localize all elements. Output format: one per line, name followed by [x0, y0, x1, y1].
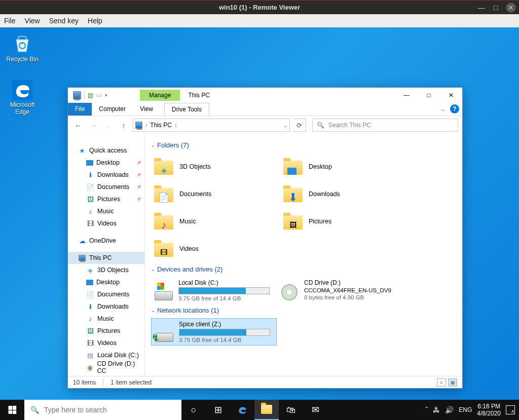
rv-menu-help[interactable]: Help	[88, 17, 102, 25]
nav-back-button[interactable]: ←	[72, 119, 84, 131]
content-pane[interactable]: ⌄Folders (7) ◈3D Objects Desktop 📄Docume…	[145, 134, 462, 376]
nav-qa-downloads[interactable]: ⬇Downloads	[68, 169, 144, 181]
desktop-icon-recycle-bin[interactable]: Recycle Bin	[3, 32, 42, 63]
nav-pc-3dobjects[interactable]: ◈3D Objects	[68, 264, 144, 276]
folder-documents[interactable]: 📄Documents	[151, 180, 280, 208]
taskbar-cortana-button[interactable]: ○	[181, 400, 206, 420]
address-bar[interactable]: › This PC › ⌄	[133, 119, 290, 132]
drive-spice-z[interactable]: Spice client (Z:) 3.75 GB free of 14.4 G…	[151, 318, 277, 346]
tray-overflow-icon[interactable]: ˆ	[426, 406, 428, 414]
tray-clock[interactable]: 6:16 PM 4/8/2020	[477, 403, 501, 417]
folder-3d-objects[interactable]: ◈3D Objects	[151, 153, 280, 180]
group-network-header[interactable]: ⌄Network locations (1)	[151, 307, 456, 314]
drive-cd-d[interactable]: CD Drive (D:) CCCOMA_X64FRE_EN-US_DV9 0 …	[277, 277, 402, 303]
ribbon-context-manage[interactable]: Manage	[140, 90, 180, 101]
music-icon: ♪	[86, 315, 94, 323]
nav-onedrive[interactable]: ☁OneDrive	[68, 235, 144, 247]
desktop-icon-label: Recycle Bin	[3, 56, 42, 63]
refresh-button[interactable]: ⟳	[293, 119, 306, 132]
nav-qa-videos[interactable]: 🎞Videos	[68, 217, 144, 230]
system-tray: ˆ 🖧 🔊 ENG 6:16 PM 4/8/2020 4	[422, 400, 519, 420]
address-dropdown-icon[interactable]: ⌄	[283, 123, 287, 128]
rv-menu-view[interactable]: View	[25, 17, 40, 25]
drive-local-c[interactable]: Local Disk (C:) 3.75 GB free of 14.4 GB	[151, 277, 277, 303]
rv-maximize-button[interactable]: □	[489, 1, 503, 15]
explorer-close-button[interactable]: ✕	[440, 88, 462, 103]
downloads-icon: ⬇	[86, 171, 94, 179]
nav-pc-videos[interactable]: 🎞Videos	[68, 337, 144, 349]
tray-language[interactable]: ENG	[459, 406, 472, 413]
nav-forward-button[interactable]: →	[87, 119, 99, 131]
view-details-button[interactable]: ≡	[437, 378, 446, 387]
desktop-icon-edge[interactable]: Microsoft Edge	[3, 80, 42, 116]
navigation-pane[interactable]: ★Quick access Desktop ⬇Downloads 📄Docume…	[68, 134, 145, 376]
nav-up-button[interactable]: ↑	[118, 119, 130, 131]
videos-icon: 🎞	[86, 219, 94, 227]
taskbar-explorer-button[interactable]	[254, 400, 279, 420]
qat-properties-icon[interactable]: ▧	[88, 92, 93, 99]
ribbon-tab-computer[interactable]: Computer	[92, 103, 133, 116]
nav-pc-music[interactable]: ♪Music	[68, 313, 144, 325]
breadcrumb-sep-icon[interactable]: ›	[175, 123, 176, 128]
nav-recent-dropdown[interactable]: ⌄	[102, 119, 115, 131]
chevron-down-icon: ⌄	[151, 266, 155, 272]
view-icons-button[interactable]: ▦	[448, 378, 457, 387]
ribbon-tab-drive-tools[interactable]: Drive Tools	[164, 103, 209, 116]
tray-volume-icon[interactable]: 🔊	[445, 406, 454, 414]
nav-quick-access[interactable]: ★Quick access	[68, 144, 144, 157]
folder-videos[interactable]: 🎞Videos	[151, 235, 280, 262]
group-folders-header[interactable]: ⌄Folders (7)	[151, 141, 456, 149]
rv-menu-file[interactable]: File	[4, 17, 16, 25]
breadcrumb-sep-icon[interactable]: ›	[145, 123, 147, 128]
taskbar-mail-button[interactable]: ✉	[303, 400, 327, 420]
nav-pc-desktop[interactable]: Desktop	[68, 276, 144, 288]
folder-music[interactable]: ♪Music	[151, 208, 280, 235]
rv-menu-sendkey[interactable]: Send key	[49, 17, 79, 25]
explorer-minimize-button[interactable]: —	[395, 88, 418, 103]
nav-pc-documents[interactable]: 📄Documents	[68, 288, 144, 300]
rv-close-button[interactable]: ✕	[506, 3, 516, 13]
ribbon-expand-icon[interactable]: ⌄	[440, 106, 445, 112]
explorer-system-icon[interactable]	[73, 91, 81, 99]
start-button[interactable]	[0, 400, 24, 420]
taskbar-search-input[interactable]: 🔍 Type here to search	[24, 400, 181, 420]
nav-pc-localdisk[interactable]: ▤Local Disk (C:)	[68, 349, 144, 361]
qat-newfolder-icon[interactable]: ▭	[96, 92, 102, 99]
qat-dropdown-icon[interactable]: ▾	[105, 93, 107, 98]
nav-qa-music[interactable]: ♪Music	[68, 205, 144, 217]
folder-downloads[interactable]: ⬇Downloads	[280, 180, 410, 208]
nav-pc-downloads[interactable]: ⬇Downloads	[68, 300, 144, 313]
nav-qa-desktop[interactable]: Desktop	[68, 157, 144, 169]
folder-pictures[interactable]: 🖼Pictures	[280, 208, 410, 235]
action-center-button[interactable]: 4	[506, 405, 515, 414]
explorer-maximize-button[interactable]: □	[418, 88, 440, 103]
breadcrumb-root[interactable]: This PC	[150, 122, 172, 129]
windows-desktop[interactable]: Recycle Bin Microsoft Edge ▧ ▭ ▾ Manage …	[0, 27, 519, 400]
ribbon-tab-view[interactable]: View	[133, 103, 160, 116]
nav-qa-documents[interactable]: 📄Documents	[68, 181, 144, 193]
nav-qa-pictures[interactable]: 🖼Pictures	[68, 193, 144, 205]
taskbar-edge-button[interactable]	[230, 400, 254, 420]
desktop-icon	[86, 160, 93, 166]
taskbar-store-button[interactable]: 🛍	[279, 400, 303, 420]
folder-desktop[interactable]: Desktop	[280, 153, 410, 180]
folder-icon: 📄	[153, 184, 175, 204]
nav-pc-cddrive[interactable]: ◉CD Drive (D:) CC	[68, 361, 144, 373]
nav-this-pc[interactable]: This PC	[68, 252, 144, 264]
remote-viewer-title: win10 (1) - Remote Viewer	[219, 4, 300, 11]
nav-pc-pictures[interactable]: 🖼Pictures	[68, 325, 144, 337]
edge-icon	[12, 80, 32, 100]
rv-minimize-button[interactable]: —	[474, 1, 489, 15]
explorer-titlebar[interactable]: ▧ ▭ ▾ Manage This PC — □ ✕	[68, 88, 462, 103]
search-input[interactable]: 🔍 Search This PC	[312, 119, 458, 132]
taskbar-taskview-button[interactable]: ⊞	[206, 400, 230, 420]
disc-icon: ◉	[86, 363, 94, 371]
help-icon[interactable]: ?	[450, 104, 459, 113]
group-drives-header[interactable]: ⌄Devices and drives (2)	[151, 265, 456, 273]
folder-icon: ♪	[153, 211, 175, 232]
explorer-ribbon: File Computer View Drive Tools ⌄ ?	[68, 103, 462, 116]
tray-network-icon[interactable]: 🖧	[433, 406, 440, 414]
ribbon-tab-file[interactable]: File	[68, 103, 92, 116]
search-icon: 🔍	[317, 122, 324, 129]
desktop-icon	[86, 280, 93, 285]
